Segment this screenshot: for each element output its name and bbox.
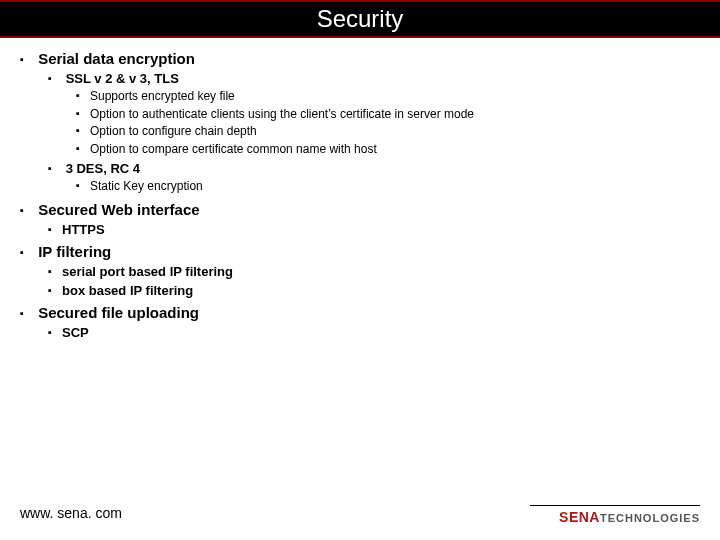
- bullet-serial-data-encryption: Serial data encryption SSL v 2 & v 3, TL…: [34, 50, 700, 195]
- bullet-text: Secured Web interface: [38, 201, 199, 218]
- bullet-text: Secured file uploading: [38, 304, 199, 321]
- bullet-scp: SCP: [62, 325, 700, 340]
- bullet-text: Supports encrypted key file: [90, 89, 235, 103]
- logo-brand: SENA: [559, 509, 600, 525]
- logo: SENATECHNOLOGIES: [530, 505, 700, 526]
- slide: Security Serial data encryption SSL v 2 …: [0, 0, 720, 540]
- bullet-static-key: Static Key encryption: [90, 178, 700, 195]
- logo-suffix: TECHNOLOGIES: [600, 512, 700, 524]
- bullet-text: HTTPS: [62, 222, 105, 237]
- logo-rule: [530, 505, 700, 506]
- bullet-https: HTTPS: [62, 222, 700, 237]
- bullet-common-name: Option to compare certificate common nam…: [90, 141, 700, 158]
- bullet-key-file: Supports encrypted key file: [90, 88, 700, 105]
- bullet-text: 3 DES, RC 4: [66, 161, 140, 176]
- bullet-ip-filtering: IP filtering serial port based IP filter…: [34, 243, 700, 298]
- footer-url: www. sena. com: [20, 505, 122, 521]
- bullet-secured-web: Secured Web interface HTTPS: [34, 201, 700, 237]
- bullet-chain-depth: Option to configure chain depth: [90, 123, 700, 140]
- bullet-text: Option to authenticate clients using the…: [90, 107, 474, 121]
- bullet-auth-clients: Option to authenticate clients using the…: [90, 106, 700, 123]
- bullet-ssl-tls: SSL v 2 & v 3, TLS Supports encrypted ke…: [62, 71, 700, 157]
- bullet-text: Option to compare certificate common nam…: [90, 142, 377, 156]
- bullet-text: Option to configure chain depth: [90, 124, 257, 138]
- bullet-text: SCP: [62, 325, 89, 340]
- content-area: Serial data encryption SSL v 2 & v 3, TL…: [0, 38, 720, 340]
- bullet-serial-port-ip: serial port based IP filtering: [62, 264, 700, 279]
- bullet-text: IP filtering: [38, 243, 111, 260]
- bullet-text: box based IP filtering: [62, 283, 193, 298]
- title-bar: Security: [0, 0, 720, 38]
- bullet-secured-file-upload: Secured file uploading SCP: [34, 304, 700, 340]
- bullet-text: SSL v 2 & v 3, TLS: [66, 71, 179, 86]
- bullet-text: Static Key encryption: [90, 179, 203, 193]
- bullet-3des-rc4: 3 DES, RC 4 Static Key encryption: [62, 161, 700, 195]
- bullet-box-ip: box based IP filtering: [62, 283, 700, 298]
- slide-title: Security: [317, 5, 404, 33]
- bullet-text: serial port based IP filtering: [62, 264, 233, 279]
- bullet-text: Serial data encryption: [38, 50, 195, 67]
